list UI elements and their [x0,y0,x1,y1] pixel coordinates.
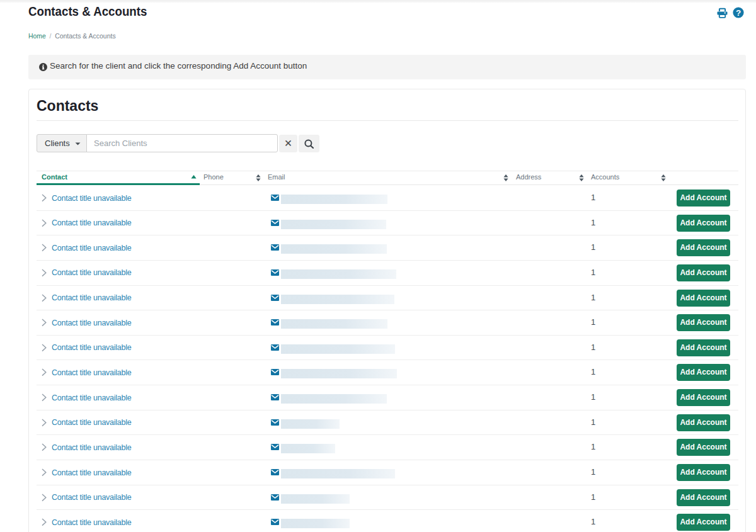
svg-text:?: ? [736,8,741,18]
